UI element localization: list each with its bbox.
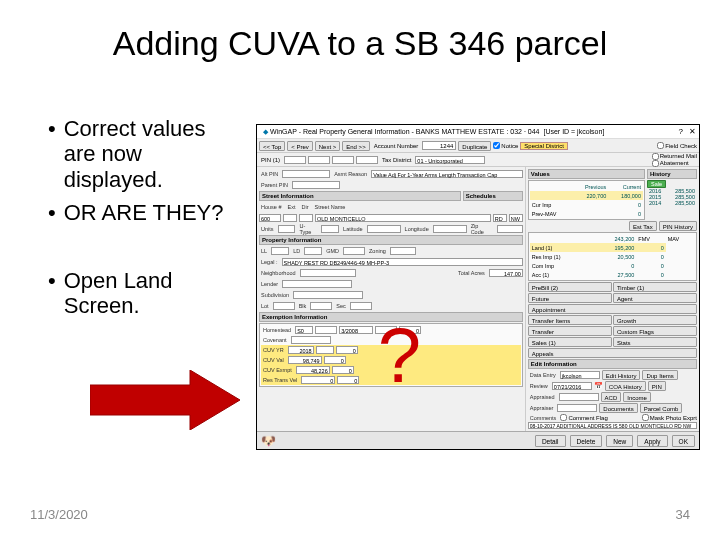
lender-label: Lender [259, 281, 280, 287]
data-entry-value[interactable]: jkcolson [560, 371, 600, 379]
comment-flag-checkbox[interactable]: Comment Flag [560, 414, 607, 421]
asmt-reason-value[interactable]: Value Adj For 1-Year Arms Length Transac… [371, 170, 523, 178]
appointment-button[interactable]: Appointment [528, 304, 697, 314]
units-field[interactable] [278, 225, 296, 233]
exempt-box-a[interactable] [375, 326, 397, 334]
close-icon[interactable]: ✕ [689, 127, 696, 136]
sales-button[interactable]: Sales (1) [528, 337, 612, 347]
pin-side-button[interactable]: PIN [648, 381, 666, 391]
nw-value[interactable]: NW [509, 214, 523, 222]
abatement-checkbox[interactable]: Abatement [652, 160, 697, 167]
dup-items-button[interactable]: Dup Items [642, 370, 677, 380]
pin-field[interactable] [284, 156, 306, 164]
schedules-header[interactable]: Schedules [463, 191, 523, 201]
transfer-items-button[interactable]: Transfer Items [528, 315, 612, 325]
comments-textarea[interactable]: 08-10-2017 ADDITIONAL ADDRESS IS 580 OLD… [528, 422, 697, 429]
pin-field-4[interactable] [356, 156, 378, 164]
assistant-icon[interactable]: 🐶 [261, 434, 276, 448]
detail-button[interactable]: Detail [535, 435, 566, 447]
edit-history-button[interactable]: Edit History [602, 370, 641, 380]
cuv-val-value[interactable]: 98,749 [288, 356, 322, 364]
left-panel: Alt PIN Asmt Reason Value Adj For 1-Year… [257, 167, 526, 431]
zip-field[interactable] [497, 225, 523, 233]
exemption-m[interactable] [315, 326, 337, 334]
timber-button[interactable]: Timber (1) [613, 282, 697, 292]
returned-mail-checkbox[interactable]: Returned Mail [652, 153, 697, 160]
duplicate-button[interactable]: Duplicate [458, 141, 491, 151]
rd-value[interactable]: RD [493, 214, 507, 222]
pin-field-3[interactable] [332, 156, 354, 164]
help-icon[interactable]: ? [679, 127, 683, 136]
res-trans-b[interactable]: 0 [337, 376, 359, 384]
apply-button[interactable]: Apply [637, 435, 667, 447]
new-button[interactable]: New [606, 435, 633, 447]
total-acres-value[interactable]: 147.00 [489, 269, 523, 277]
pin-history-button[interactable]: PIN History [659, 221, 697, 231]
ll-field[interactable] [271, 247, 289, 255]
calendar-icon[interactable]: 📅 [594, 382, 603, 390]
appraiser-field[interactable] [557, 404, 597, 412]
custom-flags-button[interactable]: Custom Flags [613, 326, 697, 336]
nav-top-button[interactable]: << Top [259, 141, 285, 151]
cuv-yr-b[interactable] [316, 346, 334, 354]
subdivision-field[interactable] [293, 291, 363, 299]
res-trans-value[interactable]: 0 [301, 376, 335, 384]
parent-pin-field[interactable] [292, 181, 340, 189]
street-name-value[interactable]: OLD MONTICELLO [315, 214, 491, 222]
cuv-exmpt-b[interactable]: 0 [332, 366, 354, 374]
transfer-button[interactable]: Transfer [528, 326, 612, 336]
tax-district-value[interactable]: 01 - Unicorporated [415, 156, 485, 164]
field-check-checkbox[interactable]: Field Check [657, 142, 697, 149]
review-value[interactable]: 07/21/2016 [552, 382, 592, 390]
delete-button[interactable]: Delete [570, 435, 603, 447]
sec-field[interactable] [350, 302, 372, 310]
agent-button[interactable]: Agent [613, 293, 697, 303]
stats-button[interactable]: Stats [613, 337, 697, 347]
documents-button[interactable]: Documents [599, 403, 637, 413]
homestead-value[interactable]: S0 [295, 326, 313, 334]
mask-photo-checkbox[interactable]: Mask Photo Exprt [642, 414, 697, 421]
cuv-yr-c[interactable]: 0 [336, 346, 358, 354]
cuv-yr-value[interactable]: 2018 [288, 346, 314, 354]
dir-value[interactable] [299, 214, 313, 222]
notice-checkbox[interactable]: Notice [493, 142, 518, 149]
nav-prev-button[interactable]: < Prev [287, 141, 313, 151]
lender-field[interactable] [282, 280, 352, 288]
appraised-field[interactable] [559, 393, 599, 401]
nav-next-button[interactable]: Next > [315, 141, 341, 151]
ext-value[interactable] [283, 214, 297, 222]
utype-field[interactable] [321, 225, 339, 233]
land-value: 195,200 [591, 243, 636, 252]
lat-field[interactable] [367, 225, 401, 233]
coa-history-button[interactable]: COA History [605, 381, 646, 391]
exemption-date[interactable]: 3/2008 [339, 326, 373, 334]
acd-button[interactable]: ACD [601, 392, 622, 402]
growth-button[interactable]: Growth [613, 315, 697, 325]
cuv-exmpt-value[interactable]: 48,226 [296, 366, 330, 374]
pin-field-2[interactable] [308, 156, 330, 164]
special-district-button[interactable]: Special District [520, 142, 568, 150]
ld-field[interactable] [304, 247, 322, 255]
est-tax-button[interactable]: Est Tax [629, 221, 657, 231]
alt-pin-field[interactable] [282, 170, 330, 178]
parcel-comb-button[interactable]: Parcel Comb [640, 403, 683, 413]
income-button[interactable]: Income [623, 392, 651, 402]
prebill-button[interactable]: PreBill (2) [528, 282, 612, 292]
blk-field[interactable] [310, 302, 332, 310]
house-value[interactable]: 600 [259, 214, 281, 222]
lot-field[interactable] [273, 302, 295, 310]
covenant-field[interactable] [291, 336, 331, 344]
exemption-section: Homestead S0 3/2008 0 Covenant CUV YR 20… [259, 323, 523, 387]
exempt-box-b[interactable]: 0 [399, 326, 421, 334]
cuv-val-b[interactable]: 0 [324, 356, 346, 364]
appeals-button[interactable]: Appeals [528, 348, 697, 358]
future-button[interactable]: Future [528, 293, 612, 303]
gmd-field[interactable] [343, 247, 365, 255]
legal-value[interactable]: SHADY REST RD DB249/446-49 MH-PP-3 [282, 258, 523, 266]
sale-button[interactable]: Sale [647, 180, 666, 188]
lon-field[interactable] [433, 225, 467, 233]
neighborhood-field[interactable] [300, 269, 356, 277]
ok-button[interactable]: OK [672, 435, 695, 447]
zoning-field[interactable] [390, 247, 416, 255]
nav-end-button[interactable]: End >> [342, 141, 369, 151]
